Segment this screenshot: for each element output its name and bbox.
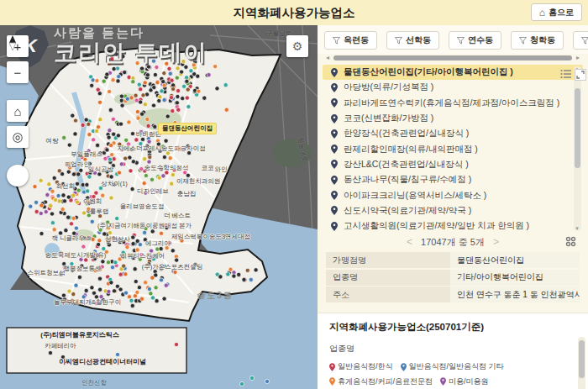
grid-view-icon[interactable]: [565, 236, 576, 247]
funnel-icon: [333, 37, 340, 45]
list-scrollbar-thumb[interactable]: [575, 88, 580, 168]
list-item-label: 물댄동산어린이집(기타/아이행복어린이집 ): [344, 66, 513, 78]
map-controls: + − ⌂ ◎: [7, 35, 29, 187]
zoom-out-button[interactable]: −: [7, 61, 29, 83]
side-panel: 옥련동 선학동 연수동 청학동 동춘동 송도동 ◂ ▸ 물댄동산어린이집(기타/…: [318, 25, 588, 389]
list-item-label: 아당방(의류/기성복점 ): [344, 81, 433, 93]
list-item-label: 파리바게뜨연수럭키(휴게음식점/제과점/아이스크림점 ): [344, 97, 559, 109]
legend-item: 미용/미용원: [440, 376, 489, 388]
list-tools: [560, 69, 586, 81]
home-button[interactable]: ⌂ 홈으로: [531, 3, 582, 21]
list-item[interactable]: 고시생활의원(의료기관/제약/일반 치과 한의원 ): [323, 218, 583, 233]
watermark-slogan: 사람을 듣는다: [54, 25, 208, 41]
detail-row: 주소 인천 연수구 동춘 1 동 인천광역시 연수구 청능대로 38: [326, 286, 580, 302]
port-area: [7, 328, 186, 373]
detail-value: 인천 연수구 동춘 1 동 인천광역시 연수구 청능대로 38: [450, 286, 580, 302]
pond: [45, 243, 60, 258]
list-item[interactable]: 코코(신변잡화/가방점 ): [323, 111, 583, 126]
list-item[interactable]: 란제리할인매장(의류/내의판매점 ): [323, 141, 583, 156]
map-canvas[interactable]: 물댄동산어린이집바비런던지에스더프레시송도파크자이점송도수학의정석코코와인이재헌…: [0, 25, 318, 389]
list-item-label: 고시생활의원(의료기관/제약/일반 치과 한의원 ): [344, 220, 529, 232]
funnel-icon: [395, 37, 402, 45]
list-view-icon[interactable]: [560, 69, 571, 78]
list-item[interactable]: 강산L&C(건축관련업/실내장식 ): [323, 157, 583, 172]
scroll-right-icon[interactable]: ▸: [576, 54, 580, 61]
filter-button-2[interactable]: 선학동: [386, 31, 439, 50]
legend-panel: 지역화폐사용가능업소(250701기준) 업종명 일반음식점/한식 일반음식점/…: [318, 313, 588, 389]
filter-scrollbar-thumb[interactable]: [333, 55, 572, 60]
next-page-button[interactable]: >: [493, 236, 499, 248]
legend-item: 일반음식점/한식: [329, 360, 393, 373]
detail-label: 업종명: [326, 270, 450, 286]
list-item-label: 란제리할인매장(의류/내의판매점 ): [344, 144, 478, 155]
detail-row: 가맹점명 물댄동산어린이집: [326, 252, 580, 268]
compass-needle-icon: [7, 35, 18, 50]
list-item-label: 아이파크크리닝(용역서비스/세탁소 ): [344, 190, 486, 202]
filter-button-3[interactable]: 연수동: [449, 31, 501, 50]
filter-button-5[interactable]: 동춘동: [573, 31, 588, 50]
detail-label: 가맹점명: [326, 252, 450, 268]
list-scrollbar[interactable]: ▲ ▼: [574, 66, 581, 231]
locate-button[interactable]: ◎: [7, 126, 29, 148]
store-list: 물댄동산어린이집(기타/아이행복어린이집 ) 아당방(의류/기성복점 ) 파리바…: [323, 65, 583, 233]
list-item[interactable]: 파리바게뜨연수럭키(휴게음식점/제과점/아이스크림점 ): [323, 96, 583, 111]
pagination-label: 17047개 중 5개: [421, 236, 485, 249]
list-item-label: 동산과나무(직물/침구류/수예점 ): [344, 174, 471, 186]
detail-value: 물댄동산어린이집: [450, 252, 580, 268]
legend-subtitle: 업종명: [329, 343, 576, 355]
filter-scrollbar[interactable]: ◂ ▸: [326, 55, 580, 62]
scroll-left-icon[interactable]: ◂: [326, 54, 329, 61]
expand-icon[interactable]: [575, 69, 586, 81]
category-legend: 일반음식점/한식 일반음식점/일반음식점 기타 휴게음식점/커피/음료전문점 미…: [329, 360, 576, 389]
legend-title: 지역화폐사용가능업소(250701기준): [329, 321, 576, 334]
list-item-label: 신도시약국(의료기관/제약/약국 ): [344, 205, 471, 217]
map-home-button[interactable]: ⌂: [7, 100, 29, 122]
legend-item: 휴게음식점/커피/음료전문점: [329, 376, 433, 388]
list-item-label: 코코(신변잡화/가방점 ): [344, 113, 433, 124]
pagination: < 17047개 중 5개 >: [318, 233, 588, 251]
home-icon: ⌂: [539, 7, 545, 18]
list-item[interactable]: 동산과나무(직물/침구류/수예점 ): [323, 172, 583, 187]
page-title: 지역화폐사용가능업소: [0, 0, 588, 25]
watermark-title: 코리안 투데이: [54, 41, 208, 65]
legend-scrollbar-thumb[interactable]: [579, 340, 585, 378]
legend-item: 일반음식점/일반음식점 기타: [401, 360, 504, 373]
detail-label: 주소: [326, 286, 450, 302]
prev-page-button[interactable]: <: [407, 236, 412, 248]
scroll-down-icon[interactable]: ▼: [575, 226, 580, 231]
compass-button[interactable]: [7, 165, 29, 187]
watermark: K 사람을 듣는다 코리안 투데이: [12, 25, 208, 67]
list-item[interactable]: 아이파크크리닝(용역서비스/세탁소 ): [323, 187, 583, 202]
detail-row: 업종명 기타/아이행복어린이집: [326, 270, 580, 286]
list-item[interactable]: 아당방(의류/기성복점 ): [323, 80, 583, 95]
list-item-label: 한양장식(건축관련업/실내장식 ): [344, 128, 469, 139]
funnel-icon: [519, 37, 527, 45]
legend-scrollbar[interactable]: ▼: [578, 337, 585, 389]
list-item[interactable]: 한양장식(건축관련업/실내장식 ): [323, 126, 583, 141]
store-detail-table: 가맹점명 물댄동산어린이집업종명 기타/아이행복어린이집주소 인천 연수구 동춘…: [326, 252, 580, 302]
list-item-label: 강산L&C(건축관련업/실내장식 ): [344, 159, 469, 171]
basemap-settings-button[interactable]: ⚙: [286, 35, 308, 57]
filter-button-1[interactable]: 옥련동: [324, 31, 377, 50]
district-filter-bar: 옥련동 선학동 연수동 청학동 동춘동 송도동: [318, 25, 588, 54]
detail-value: 기타/아이행복어린이집: [450, 270, 580, 286]
map-svg: [0, 25, 318, 389]
list-item[interactable]: 신도시약국(의료기관/제약/약국 ): [323, 203, 583, 218]
list-item[interactable]: 물댄동산어린이집(기타/아이행복어린이집 ): [323, 65, 583, 80]
app-header: 지역화폐사용가능업소 ⌂ 홈으로: [0, 0, 588, 25]
home-button-label: 홈으로: [549, 7, 574, 18]
funnel-icon: [457, 37, 465, 45]
filter-button-4[interactable]: 청학동: [511, 31, 564, 50]
park-dark: [273, 139, 312, 167]
funnel-icon: [581, 37, 588, 45]
